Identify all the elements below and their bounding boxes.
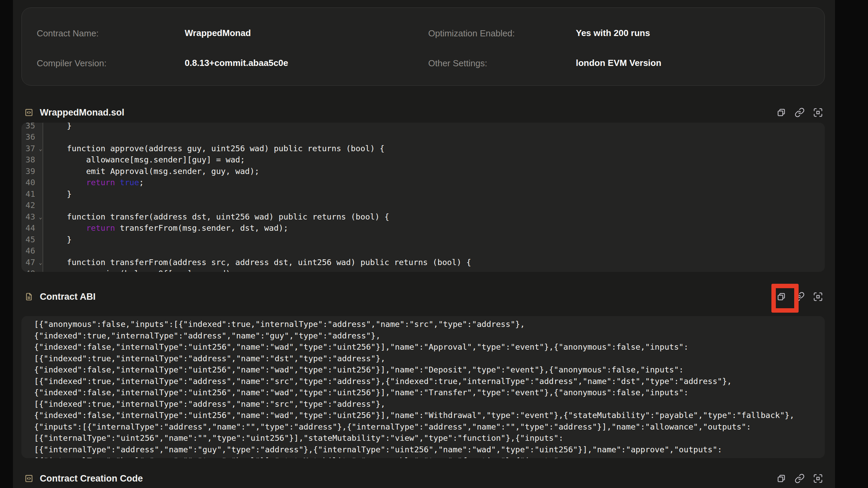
code-line: 48 require(balanceOf[src] >= wad);: [21, 268, 825, 272]
code-line-text: return true;: [43, 178, 144, 187]
line-number: 47: [26, 258, 35, 267]
other-settings-label: Other Settings:: [428, 58, 487, 69]
line-number-gutter: 38: [21, 154, 43, 166]
line-number-gutter: 35: [21, 123, 43, 132]
code-line-text: }: [43, 189, 72, 199]
creation-copy-button[interactable]: [776, 473, 786, 484]
abi-link-button[interactable]: [795, 292, 805, 302]
contract-abi-text: [{"anonymous":false,"inputs":[{"indexed"…: [34, 319, 818, 458]
code-line: 41 }: [21, 188, 825, 200]
code-line: 46: [21, 245, 825, 257]
compiler-version-label: Compiler Version:: [37, 58, 106, 69]
code-line-text: function transfer(address dst, uint256 w…: [43, 212, 389, 222]
contract-abi-title: Contract ABI: [40, 292, 96, 302]
line-number-gutter: 40: [21, 177, 43, 189]
code-line: 47⌄ function transferFrom(address src, a…: [21, 257, 825, 268]
code-line: 38 allowance[msg.sender][guy] = wad;: [21, 154, 825, 166]
code-line: 43⌄ function transfer(address dst, uint2…: [21, 211, 825, 223]
line-number-gutter: 45: [21, 234, 43, 245]
abi-actions: [776, 292, 823, 302]
code-line: 37⌄ function approve(address guy, uint25…: [21, 143, 825, 154]
code-line-text: emit Approval(msg.sender, guy, wad);: [43, 167, 260, 176]
code-line: 42: [21, 200, 825, 211]
code-line: 44 return transferFrom(msg.sender, dst, …: [21, 223, 825, 234]
code-square-icon: [24, 108, 33, 117]
contract-name-label: Contract Name:: [37, 28, 99, 39]
line-number-gutter: 41: [21, 188, 43, 200]
line-number: 48: [26, 269, 35, 272]
code-line-text: return transferFrom(msg.sender, dst, wad…: [43, 223, 288, 233]
code-line: 36: [21, 132, 825, 143]
code-line-text: }: [43, 235, 72, 244]
line-number: 40: [26, 178, 35, 187]
line-number: 42: [26, 201, 35, 210]
page-content: Contract Name: WrappedMonad Compiler Ver…: [13, 0, 835, 488]
source-link-button[interactable]: [795, 107, 805, 118]
creation-expand-button[interactable]: [813, 473, 823, 484]
other-settings-value: london EVM Version: [576, 58, 661, 68]
line-number-gutter: 37⌄: [21, 143, 43, 154]
contract-name-value: WrappedMonad: [185, 28, 251, 38]
creation-code-title: Contract Creation Code: [40, 473, 143, 484]
code-line: 40 return true;: [21, 177, 825, 189]
line-number-gutter: 48: [21, 268, 43, 272]
fold-chevron-icon[interactable]: ⌄: [39, 214, 42, 220]
optimization-enabled-label: Optimization Enabled:: [428, 28, 515, 39]
line-number: 38: [26, 155, 35, 164]
contract-abi-header: Contract ABI: [21, 290, 825, 303]
source-code-viewer[interactable]: 35 }3637⌄ function approve(address guy, …: [21, 123, 825, 272]
line-number: 44: [26, 223, 35, 233]
line-number: 39: [26, 167, 35, 176]
line-number: 46: [26, 246, 35, 256]
line-number-gutter: 39: [21, 165, 43, 177]
contract-abi-viewer[interactable]: [{"anonymous":false,"inputs":[{"indexed"…: [21, 316, 825, 458]
line-number: 43: [26, 212, 35, 222]
source-actions: [776, 107, 823, 118]
code-square-icon: [24, 474, 33, 483]
source-file-title: WrappedMonad.sol: [40, 107, 124, 118]
code-line-text: }: [43, 123, 72, 130]
line-number-gutter: 36: [21, 132, 43, 143]
code-line-text: allowance[msg.sender][guy] = wad;: [43, 155, 245, 164]
code-line-text: function transferFrom(address src, addre…: [43, 258, 471, 267]
abi-expand-button[interactable]: [813, 292, 823, 302]
code-line-text: function approve(address guy, uint256 wa…: [43, 144, 384, 153]
code-line: 45 }: [21, 234, 825, 245]
source-copy-button[interactable]: [776, 107, 786, 118]
creation-code-header: Contract Creation Code: [21, 472, 825, 485]
creation-actions: [776, 473, 823, 484]
line-number-gutter: 42: [21, 200, 43, 211]
abi-copy-button[interactable]: [776, 292, 786, 302]
line-number: 41: [26, 189, 35, 199]
compiler-version-value: 0.8.13+commit.abaa5c0e: [185, 58, 288, 68]
optimization-enabled-value: Yes with 200 runs: [576, 28, 650, 38]
line-number-gutter: 43⌄: [21, 211, 43, 223]
line-number-gutter: 47⌄: [21, 257, 43, 268]
line-number: 37: [26, 144, 35, 153]
fold-chevron-icon[interactable]: ⌄: [39, 260, 42, 265]
line-number: 45: [26, 235, 35, 244]
line-number: 36: [26, 132, 35, 142]
source-expand-button[interactable]: [813, 107, 823, 118]
code-line: 35 }: [21, 123, 825, 132]
line-number: 35: [26, 123, 35, 130]
contract-info-card: Contract Name: WrappedMonad Compiler Ver…: [21, 7, 825, 86]
source-file-header: WrappedMonad.sol: [21, 106, 825, 119]
code-line-text: require(balanceOf[src] >= wad);: [43, 269, 235, 272]
code-lines: 35 }3637⌄ function approve(address guy, …: [21, 123, 825, 272]
creation-link-button[interactable]: [795, 473, 805, 484]
code-line: 39 emit Approval(msg.sender, guy, wad);: [21, 165, 825, 177]
fold-chevron-icon[interactable]: ⌄: [39, 146, 42, 152]
line-number-gutter: 46: [21, 245, 43, 257]
line-number-gutter: 44: [21, 223, 43, 234]
file-text-icon: [24, 292, 33, 301]
